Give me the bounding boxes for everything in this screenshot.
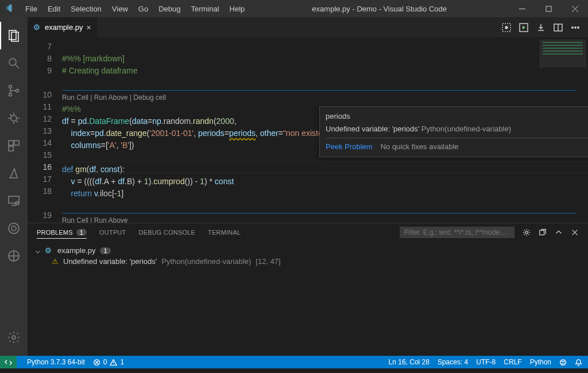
search-icon[interactable] xyxy=(0,49,28,77)
remote-indicator[interactable] xyxy=(0,356,17,368)
problem-file-name: example.py xyxy=(57,246,95,255)
remote-explorer-icon[interactable] xyxy=(0,187,28,215)
codelens-run-cell[interactable]: Run Cell | Run Above xyxy=(62,213,577,223)
settings-gear-icon[interactable] xyxy=(0,324,28,351)
status-indentation[interactable]: Spaces: 4 xyxy=(438,358,468,366)
close-button[interactable] xyxy=(562,0,588,17)
menu-edit[interactable]: Edit xyxy=(42,5,65,13)
menu-view[interactable]: View xyxy=(107,5,133,13)
extensions-icon[interactable] xyxy=(0,132,28,160)
tab-debug-console[interactable]: Debug Console xyxy=(138,229,195,236)
filter-settings-icon[interactable] xyxy=(523,228,531,236)
svg-line-16 xyxy=(10,114,11,116)
status-bar: Python 3.7.3 64-bit 0 1 Ln 16, Col 28 Sp… xyxy=(0,356,588,368)
problem-file-row[interactable]: ⌵ ⚙ example.py 1 xyxy=(36,245,580,256)
code-line xyxy=(62,153,64,162)
source-control-icon[interactable] xyxy=(0,77,28,104)
code-line xyxy=(62,201,64,210)
svg-point-11 xyxy=(11,115,17,121)
code-line: # Creating dataframe xyxy=(62,66,138,75)
menu-file[interactable]: File xyxy=(20,5,42,13)
code-line: #%% xyxy=(62,104,81,114)
panel-maximize-icon[interactable] xyxy=(555,228,563,236)
codelens-run-cell[interactable]: Run Cell | Run Above | Debug cell xyxy=(62,90,577,101)
squiggle-periods: periods xyxy=(229,129,256,138)
title-bar: File Edit Selection View Go Debug Termin… xyxy=(0,0,588,17)
code-editor[interactable]: 789 10111213141516171819 #%% [markdown] … xyxy=(28,37,588,223)
code-line xyxy=(62,78,64,87)
problem-location: [12, 47] xyxy=(256,257,280,266)
svg-point-6 xyxy=(9,59,16,65)
status-problems[interactable]: 0 1 xyxy=(93,358,124,366)
current-line-highlight xyxy=(62,161,588,173)
svg-point-35 xyxy=(572,26,573,28)
azure-icon[interactable] xyxy=(0,160,28,187)
status-notifications-icon[interactable] xyxy=(575,359,582,366)
tab-example-py[interactable]: ⚙ example.py × xyxy=(28,17,98,37)
svg-line-7 xyxy=(16,65,19,68)
tab-bar: ⚙ example.py × xyxy=(28,17,588,37)
top-menu: File Edit Selection View Go Debug Termin… xyxy=(20,5,250,13)
svg-point-46 xyxy=(560,359,566,365)
problems-list: ⌵ ⚙ example.py 1 ⚠ Undefined variable: '… xyxy=(28,242,588,356)
menu-terminal[interactable]: Terminal xyxy=(185,5,224,13)
tab-label: example.py xyxy=(45,23,83,32)
svg-point-31 xyxy=(505,26,508,29)
svg-point-38 xyxy=(525,231,528,234)
status-encoding[interactable]: UTF-8 xyxy=(476,358,496,366)
download-icon[interactable] xyxy=(536,23,546,32)
tab-problems[interactable]: Problems1 xyxy=(37,229,87,239)
code-line: df = pd.DataFrame(data=np.random.randn(2… xyxy=(62,116,239,126)
status-feedback-icon[interactable] xyxy=(559,359,567,366)
menu-debug[interactable]: Debug xyxy=(153,5,185,13)
problem-item[interactable]: ⚠ Undefined variable: 'periods' Python(u… xyxy=(36,256,580,267)
menu-selection[interactable]: Selection xyxy=(65,5,106,13)
test-icon[interactable] xyxy=(0,215,28,242)
filter-input[interactable] xyxy=(400,227,514,238)
tab-close-icon[interactable]: × xyxy=(86,23,91,32)
tab-output[interactable]: Output xyxy=(99,229,126,236)
vscode-logo xyxy=(0,4,20,13)
svg-rect-1 xyxy=(546,6,551,11)
status-language[interactable]: Python xyxy=(530,358,551,366)
svg-point-24 xyxy=(9,223,19,234)
svg-rect-21 xyxy=(9,196,19,203)
line-gutter: 789 10111213141516171819 xyxy=(28,37,62,223)
svg-point-47 xyxy=(562,361,562,362)
file-problem-count: 1 xyxy=(100,247,110,254)
hover-title: periods xyxy=(326,110,588,123)
minimize-button[interactable] xyxy=(509,0,535,17)
status-eol[interactable]: CRLF xyxy=(504,358,521,366)
code-line: def gm(df, const): xyxy=(62,165,125,174)
tab-terminal[interactable]: Terminal xyxy=(208,229,241,236)
menu-go[interactable]: Go xyxy=(133,5,153,13)
warning-icon xyxy=(110,359,117,366)
code-line: return v.iloc[-1] xyxy=(62,189,123,198)
svg-point-8 xyxy=(9,86,12,88)
debug-icon[interactable] xyxy=(0,104,28,132)
chevron-down-icon[interactable]: ⌵ xyxy=(36,246,40,255)
panel-close-icon[interactable] xyxy=(571,228,579,236)
error-icon xyxy=(93,359,100,366)
menu-help[interactable]: Help xyxy=(225,5,250,13)
svg-point-36 xyxy=(575,26,576,28)
run-cell-icon[interactable] xyxy=(502,23,511,32)
problems-count-badge: 1 xyxy=(76,229,87,236)
maximize-button[interactable] xyxy=(535,0,562,17)
split-editor-icon[interactable] xyxy=(554,23,563,32)
more-icon[interactable] xyxy=(571,23,580,32)
problem-source: Python(undefined-variable) xyxy=(161,257,251,266)
status-python-version[interactable]: Python 3.7.3 64-bit xyxy=(27,358,85,366)
collapse-all-icon[interactable] xyxy=(539,228,547,236)
python-file-icon: ⚙ xyxy=(33,23,41,32)
run-file-icon[interactable] xyxy=(519,23,528,32)
svg-point-9 xyxy=(9,94,12,96)
peek-problem-link[interactable]: Peek Problem xyxy=(326,142,373,151)
svg-rect-18 xyxy=(9,141,13,145)
status-cursor-position[interactable]: Ln 16, Col 28 xyxy=(389,358,430,366)
python-file-icon: ⚙ xyxy=(45,246,53,255)
explorer-icon[interactable] xyxy=(0,22,28,49)
hover-tooltip: periods Undefined variable: 'periods' Py… xyxy=(319,106,588,157)
code-line: columns=['A', 'B']) xyxy=(62,141,134,150)
target-icon[interactable] xyxy=(0,242,28,270)
